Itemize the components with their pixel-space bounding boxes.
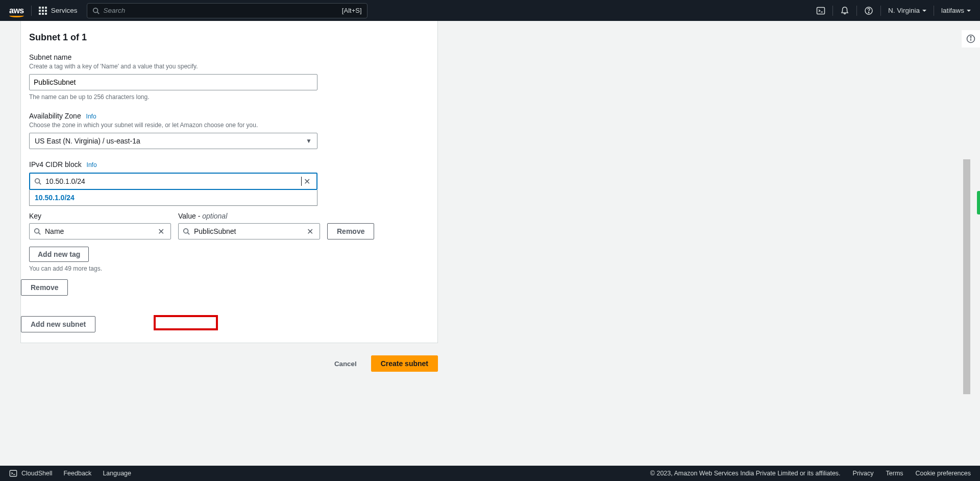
svg-line-11 — [188, 233, 190, 235]
language-link[interactable]: Language — [103, 470, 131, 477]
nav-divider — [934, 6, 934, 16]
cidr-label: IPv4 CIDR block — [29, 160, 82, 169]
nav-divider — [832, 6, 833, 16]
svg-line-7 — [39, 183, 41, 185]
add-tag-button[interactable]: Add new tag — [29, 247, 89, 262]
aws-logo[interactable]: aws — [9, 6, 24, 15]
svg-point-10 — [184, 229, 188, 233]
tag-value-input[interactable]: PublicSubnet ✕ — [178, 223, 320, 239]
copyright-text: © 2023, Amazon Web Services India Privat… — [650, 470, 841, 477]
scrollbar[interactable] — [963, 42, 971, 450]
terms-link[interactable]: Terms — [886, 470, 903, 477]
cookie-preferences-link[interactable]: Cookie preferences — [916, 470, 971, 477]
cancel-button[interactable]: Cancel — [325, 355, 366, 372]
nav-divider — [880, 6, 881, 16]
az-label: Availability Zone — [29, 112, 81, 120]
az-select[interactable]: US East (N. Virginia) / us-east-1a ▼ — [29, 133, 317, 149]
workspace: Subnet 1 of 1 Subnet name Create a tag w… — [0, 21, 980, 466]
tag-limit-hint: You can add 49 more tags. — [29, 265, 429, 272]
grid-icon — [39, 7, 47, 15]
svg-point-0 — [93, 8, 97, 12]
nav-divider — [31, 6, 32, 16]
privacy-link[interactable]: Privacy — [853, 470, 874, 477]
cidr-input[interactable]: 10.50.1.0/24 ✕ — [29, 173, 317, 190]
cloudshell-icon — [9, 469, 17, 477]
tag-value-value: PublicSubnet — [194, 227, 305, 235]
cidr-suggestion[interactable]: 10.50.1.0/24 — [30, 190, 317, 205]
scrollbar-thumb[interactable] — [963, 159, 970, 394]
svg-point-6 — [35, 179, 40, 183]
services-label: Services — [51, 7, 78, 14]
search-hint: [Alt+S] — [342, 7, 362, 14]
cidr-info-link[interactable]: Info — [87, 161, 97, 169]
az-hint: Choose the zone in which your subnet wil… — [29, 122, 429, 129]
svg-rect-15 — [10, 470, 16, 476]
account-menu[interactable]: latifaws — [941, 7, 971, 14]
az-info-link[interactable]: Info — [86, 113, 96, 120]
chevron-down-icon: ▼ — [306, 137, 312, 145]
svg-line-1 — [97, 12, 99, 14]
remove-subnet-button[interactable]: Remove — [21, 279, 68, 296]
tag-key-value: Name — [45, 227, 156, 235]
svg-rect-2 — [817, 7, 824, 14]
search-icon — [92, 7, 100, 14]
region-selector[interactable]: N. Virginia — [888, 7, 926, 14]
nav-divider — [856, 6, 857, 16]
clear-icon[interactable]: ✕ — [302, 177, 312, 186]
cidr-block: IPv4 CIDR block Info 10.50.1.0/24 ✕ 10.5… — [21, 158, 437, 206]
remove-tag-button[interactable]: Remove — [327, 223, 374, 239]
az-block: Availability Zone Info Choose the zone i… — [21, 110, 437, 149]
caret-down-icon — [967, 10, 971, 12]
search-icon — [34, 178, 41, 185]
cloudshell-icon[interactable] — [816, 6, 825, 15]
cidr-dropdown: 10.50.1.0/24 — [29, 190, 317, 206]
search-icon — [183, 228, 190, 235]
value-column-label: Value - optional — [178, 212, 320, 220]
subnet-name-hint: Create a tag with a key of 'Name' and a … — [29, 63, 429, 70]
caret-down-icon — [922, 10, 926, 12]
annotation-highlight — [154, 315, 218, 330]
svg-point-5 — [868, 12, 869, 12]
subnet-name-label: Subnet name — [29, 53, 71, 61]
subnet-panel: Subnet 1 of 1 Subnet name Create a tag w… — [20, 21, 438, 343]
cloudshell-button[interactable]: CloudShell — [9, 469, 52, 477]
section-title: Subnet 1 of 1 — [21, 21, 437, 48]
subnet-name-below-hint: The name can be up to 256 characters lon… — [29, 93, 429, 101]
bell-icon[interactable] — [840, 6, 849, 15]
create-subnet-button[interactable]: Create subnet — [371, 355, 438, 372]
topnav: aws Services Search [Alt+S] N. Virginia … — [0, 0, 980, 21]
subnet-name-block: Subnet name Create a tag with a key of '… — [21, 51, 437, 101]
services-menu[interactable]: Services — [39, 7, 78, 15]
az-value: US East (N. Virginia) / us-east-1a — [35, 137, 140, 145]
side-tab[interactable] — [977, 191, 980, 214]
nav-right: N. Virginia latifaws — [816, 6, 971, 16]
tag-key-input[interactable]: Name ✕ — [29, 223, 171, 239]
global-search[interactable]: Search [Alt+S] — [87, 3, 368, 18]
help-icon[interactable] — [864, 6, 873, 15]
subnet-name-input[interactable] — [29, 74, 317, 90]
key-column-label: Key — [29, 212, 171, 220]
cidr-value: 10.50.1.0/24 — [45, 177, 302, 186]
search-icon — [34, 228, 41, 235]
svg-point-14 — [970, 36, 971, 37]
feedback-link[interactable]: Feedback — [63, 470, 91, 477]
add-subnet-button[interactable]: Add new subnet — [21, 316, 95, 332]
action-row: Cancel Create subnet — [20, 355, 438, 372]
bottomnav: CloudShell Feedback Language © 2023, Ama… — [0, 466, 980, 481]
svg-line-9 — [39, 233, 41, 235]
clear-icon[interactable]: ✕ — [305, 227, 315, 236]
svg-point-8 — [35, 229, 39, 233]
clear-icon[interactable]: ✕ — [156, 227, 166, 236]
search-placeholder: Search — [104, 7, 338, 14]
